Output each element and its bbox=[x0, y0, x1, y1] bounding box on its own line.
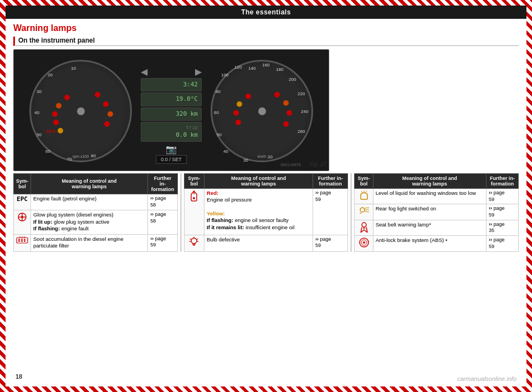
table1-further-header: Further in-formation bbox=[148, 174, 177, 194]
symbol-seatbelt bbox=[355, 220, 373, 235]
rpm-60: 60 bbox=[45, 149, 50, 154]
warning-table-1: Sym-bol Meaning of control andwarning la… bbox=[13, 173, 178, 252]
speed-bottom-label: km/h bbox=[212, 154, 311, 158]
table-row: EPC Engine fault (petrol engine) page58 bbox=[14, 194, 178, 210]
header-title: The essentials bbox=[241, 8, 291, 16]
main-content: The essentials Warning lamps On the inst… bbox=[6, 6, 526, 386]
page-link-bulb: page59 bbox=[315, 236, 331, 249]
svg-point-29 bbox=[362, 223, 366, 227]
speed-warn-2 bbox=[237, 101, 242, 107]
meaning-epc: Engine fault (petrol engine) bbox=[31, 194, 148, 210]
table-row: Soot accumulation in the diesel engine p… bbox=[14, 234, 178, 251]
table1-sym-header: Sym-bol bbox=[14, 174, 31, 194]
kmh-200: 200 bbox=[289, 77, 296, 82]
rpm-gauge: 10 20 30 40 50 60 70 80 EPS rpm x100 bbox=[29, 60, 132, 162]
meaning-seatbelt: Seat belt warning lamp* bbox=[373, 220, 486, 235]
table3-sym-header: Sym-bol bbox=[355, 174, 373, 189]
rpm-10: 10 bbox=[71, 66, 76, 71]
table-row: Seat belt warning lamp* page35 bbox=[355, 220, 519, 235]
speed-warn-8 bbox=[283, 121, 289, 127]
symbol-oil bbox=[184, 189, 204, 235]
symbol-abs bbox=[355, 236, 373, 251]
page-link-glow: page58 bbox=[150, 212, 166, 224]
page-number: 18 bbox=[16, 373, 22, 380]
symbol-epc: EPC bbox=[14, 194, 31, 210]
rpm-needle-hub bbox=[77, 107, 85, 115]
warn-icon-8 bbox=[108, 111, 113, 117]
camera-icon: 📷 bbox=[141, 144, 202, 154]
meaning-bulb: Bulb defective bbox=[204, 235, 313, 251]
symbol-bulb bbox=[184, 235, 204, 251]
odometer-display: 320 km bbox=[141, 107, 202, 121]
instrument-panel-image: 10 20 30 40 50 60 70 80 EPS rpm x100 bbox=[13, 49, 329, 171]
warn-icon-9 bbox=[104, 121, 110, 127]
fog-light-icon bbox=[359, 205, 370, 214]
kmh-60: 60 bbox=[214, 110, 219, 115]
table-row: Rear fog light switched on page59 bbox=[355, 204, 519, 220]
svg-line-16 bbox=[197, 239, 198, 240]
abs-icon bbox=[359, 237, 370, 248]
table3-meaning-header: Meaning of control andwarning lamps bbox=[373, 174, 486, 189]
meaning-glow: Glow plug system (diesel engines) If lit… bbox=[31, 210, 148, 234]
svg-line-15 bbox=[190, 239, 191, 240]
svg-point-11 bbox=[193, 197, 195, 199]
warn-icon-3 bbox=[52, 111, 58, 117]
oil-red-label: Red: bbox=[207, 190, 218, 196]
time-display: 3:42 bbox=[141, 78, 202, 91]
trip-display: trip 0.0 km bbox=[141, 122, 202, 142]
further-bulb: page59 bbox=[313, 235, 348, 251]
meaning-soot: Soot accumulation in the diesel engine p… bbox=[31, 234, 148, 251]
meaning-oil: Red: Engine oil pressure Yellow: If flas… bbox=[204, 189, 313, 235]
rpm-30: 30 bbox=[37, 89, 42, 94]
speed-warn-1 bbox=[245, 94, 251, 99]
warning-table-2: Sym-bol Meaning of control andwarning la… bbox=[184, 173, 349, 252]
sku-label: SKU-0476 bbox=[280, 162, 301, 167]
kmh-240: 240 bbox=[301, 109, 308, 114]
kmh-180: 180 bbox=[276, 67, 283, 72]
further-soot: page59 bbox=[148, 234, 177, 251]
rpm-40: 40 bbox=[34, 110, 39, 115]
table-row: Level of liquid for washing windows too … bbox=[355, 189, 519, 204]
center-display: ◀ ▶ 3:42 19.0°C 320 km trip 0.0 km 📷 bbox=[141, 66, 202, 154]
oil-if-flashing: If flashing: bbox=[207, 217, 233, 223]
page-link-foglight: page59 bbox=[489, 205, 505, 218]
rpm-50: 50 bbox=[37, 132, 42, 137]
svg-point-3 bbox=[21, 216, 23, 218]
temp-value: 19.0°C bbox=[145, 95, 198, 103]
rpm-20: 20 bbox=[48, 73, 53, 78]
svg-point-24 bbox=[360, 208, 365, 212]
table-divider-1 bbox=[181, 173, 181, 252]
odometer-value: 320 km bbox=[145, 110, 198, 118]
further-epc: page58 bbox=[148, 194, 177, 210]
warn-icon-1 bbox=[64, 95, 70, 100]
warn-icon-7 bbox=[103, 101, 109, 107]
kmh-50: 50 bbox=[217, 132, 222, 137]
table-divider-2 bbox=[351, 173, 351, 252]
tables-area: Sym-bol Meaning of control andwarning la… bbox=[13, 173, 519, 252]
svg-line-23 bbox=[366, 191, 367, 193]
section-title: Warning lamps bbox=[13, 23, 519, 33]
warn-icon-4 bbox=[53, 120, 59, 125]
svg-line-25 bbox=[365, 208, 369, 208]
page-link-washer: page59 bbox=[489, 190, 505, 202]
svg-line-27 bbox=[365, 212, 369, 212]
further-abs: page59 bbox=[486, 236, 518, 251]
svg-rect-5 bbox=[18, 239, 20, 242]
symbol-glow bbox=[14, 210, 31, 234]
table-row: Glow plug system (diesel engines) If lit… bbox=[14, 210, 178, 234]
temp-display: 19.0°C bbox=[141, 92, 202, 106]
warning-table-3: Sym-bol Meaning of control andwarning la… bbox=[354, 173, 519, 252]
page-link-epc: page58 bbox=[150, 195, 166, 208]
kmh-140: 140 bbox=[248, 66, 255, 71]
svg-line-21 bbox=[361, 191, 362, 193]
further-foglight: page59 bbox=[486, 204, 518, 220]
right-arrow-icon: ▶ bbox=[195, 66, 202, 77]
page-link-abs: page59 bbox=[489, 237, 505, 249]
table-row: Bulb defective page59 bbox=[184, 235, 348, 251]
warn-icon-6 bbox=[95, 92, 100, 97]
meaning-washer: Level of liquid for washing windows too … bbox=[373, 189, 486, 204]
table2-further-header: Further in-formation bbox=[313, 174, 348, 189]
seatbelt-icon bbox=[359, 221, 369, 233]
epc-symbol: EPC bbox=[17, 195, 28, 203]
table3-further-header: Further in-formation bbox=[486, 174, 518, 189]
